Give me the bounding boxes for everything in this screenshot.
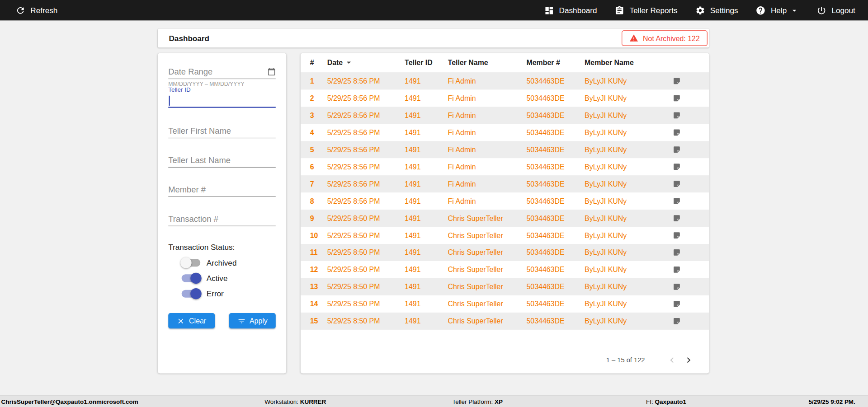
- clear-label: Clear: [189, 317, 206, 325]
- status-bar: ChrisSuperTeller@Qaxpauto1.onmicrosoft.c…: [0, 396, 868, 407]
- teller-id-input[interactable]: [168, 94, 276, 107]
- row-date: 5/29/25 8:50 PM: [327, 214, 405, 222]
- toggle-row: Error: [182, 288, 237, 299]
- status-datetime: 5/29/25 9:02 PM.: [809, 398, 855, 405]
- table-row[interactable]: 4 5/29/25 8:56 PM 1491 Fi Admin 5034463D…: [301, 124, 709, 141]
- note-icon[interactable]: [673, 266, 681, 274]
- col-header-teller-id[interactable]: Teller ID: [405, 58, 448, 66]
- row-teller-name: Fi Admin: [448, 163, 527, 171]
- note-icon[interactable]: [673, 128, 681, 136]
- row-member-name: ByLyJI KUNy: [585, 163, 665, 171]
- note-icon[interactable]: [673, 197, 681, 205]
- toggle-label: Active: [207, 274, 228, 283]
- table-row[interactable]: 9 5/29/25 8:50 PM 1491 Chris SuperTeller…: [301, 210, 709, 227]
- row-member-number: 5034463DE: [526, 214, 585, 222]
- nav-dashboard[interactable]: Dashboard: [544, 5, 597, 15]
- workstation-value: KURRER: [300, 398, 326, 405]
- table-row[interactable]: 15 5/29/25 8:50 PM 1491 Chris SuperTelle…: [301, 313, 709, 330]
- nav-teller-reports[interactable]: Teller Reports: [615, 5, 678, 15]
- note-icon[interactable]: [673, 300, 681, 308]
- row-member-number: 5034463DE: [526, 163, 585, 171]
- note-icon[interactable]: [673, 248, 681, 257]
- note-icon[interactable]: [673, 283, 681, 291]
- row-teller-name: Chris SuperTeller: [448, 283, 527, 291]
- row-number: 11: [301, 248, 327, 257]
- row-teller-id: 1491: [405, 300, 448, 308]
- nav-settings[interactable]: Settings: [695, 5, 738, 15]
- transaction-number-field: [168, 212, 276, 226]
- note-icon[interactable]: [673, 111, 681, 119]
- refresh-label: Refresh: [30, 6, 57, 15]
- toggle-label: Error: [207, 289, 224, 298]
- page-title: Dashboard: [169, 34, 209, 43]
- row-member-name: ByLyJI KUNy: [585, 214, 665, 222]
- row-teller-id: 1491: [405, 128, 448, 136]
- row-teller-id: 1491: [405, 163, 448, 171]
- workstation-label: Workstation:: [264, 398, 298, 405]
- row-member-number: 5034463DE: [526, 300, 585, 308]
- note-icon[interactable]: [673, 180, 681, 188]
- pagination-prev-button[interactable]: [664, 353, 680, 366]
- table-row[interactable]: 13 5/29/25 8:50 PM 1491 Chris SuperTelle…: [301, 278, 709, 295]
- transaction-number-input[interactable]: [168, 212, 276, 226]
- row-member-number: 5034463DE: [526, 231, 585, 239]
- note-icon[interactable]: [673, 231, 681, 239]
- fi-status: FI: Qaxpauto1: [646, 398, 686, 405]
- col-header-date[interactable]: Date: [327, 57, 405, 67]
- row-number: 6: [301, 163, 327, 171]
- chevron-left-icon: [666, 355, 677, 365]
- row-member-number: 5034463DE: [526, 145, 585, 154]
- col-header-member-name[interactable]: Member Name: [585, 58, 665, 66]
- toggle-switch[interactable]: [182, 274, 201, 282]
- row-teller-id: 1491: [405, 317, 448, 325]
- date-range-input[interactable]: [168, 65, 276, 79]
- table-row[interactable]: 1 5/29/25 8:56 PM 1491 Fi Admin 5034463D…: [301, 72, 709, 89]
- table-row[interactable]: 5 5/29/25 8:56 PM 1491 Fi Admin 5034463D…: [301, 141, 709, 158]
- note-icon[interactable]: [673, 163, 681, 171]
- table-row[interactable]: 7 5/29/25 8:56 PM 1491 Fi Admin 5034463D…: [301, 175, 709, 192]
- row-teller-id: 1491: [405, 145, 448, 154]
- row-member-number: 5034463DE: [526, 128, 585, 136]
- apply-button[interactable]: Apply: [229, 313, 276, 328]
- teller-id-field: Teller ID: [168, 86, 276, 108]
- nav-help[interactable]: Help: [756, 5, 799, 15]
- teller-first-name-input[interactable]: [168, 124, 276, 138]
- table-row[interactable]: 3 5/29/25 8:56 PM 1491 Fi Admin 5034463D…: [301, 107, 709, 124]
- nav-logout[interactable]: Logout: [816, 5, 855, 15]
- toggle-label: Archived: [207, 258, 237, 267]
- refresh-button[interactable]: Refresh: [15, 5, 57, 15]
- col-header-teller-name[interactable]: Teller Name: [448, 58, 527, 66]
- table-row[interactable]: 14 5/29/25 8:50 PM 1491 Chris SuperTelle…: [301, 295, 709, 313]
- note-icon[interactable]: [673, 317, 681, 325]
- col-header-member-number[interactable]: Member #: [526, 58, 585, 66]
- apply-label: Apply: [250, 317, 268, 325]
- nav-label: Settings: [710, 6, 738, 15]
- row-date: 5/29/25 8:56 PM: [327, 94, 405, 102]
- toggle-switch[interactable]: [182, 290, 201, 298]
- table-row[interactable]: 12 5/29/25 8:50 PM 1491 Chris SuperTelle…: [301, 261, 709, 278]
- table-row[interactable]: 6 5/29/25 8:56 PM 1491 Fi Admin 5034463D…: [301, 158, 709, 175]
- power-icon: [816, 5, 826, 15]
- note-icon[interactable]: [673, 214, 681, 222]
- platform-value: XP: [495, 398, 503, 405]
- table-row[interactable]: 8 5/29/25 8:56 PM 1491 Fi Admin 5034463D…: [301, 192, 709, 210]
- teller-last-name-input[interactable]: [168, 153, 276, 168]
- filter-icon: [237, 317, 245, 325]
- table-row[interactable]: 11 5/29/25 8:50 PM 1491 Chris SuperTelle…: [301, 244, 709, 261]
- toggle-switch[interactable]: [182, 259, 201, 267]
- pagination-next-button[interactable]: [680, 353, 697, 366]
- row-teller-name: Fi Admin: [448, 94, 527, 102]
- note-icon[interactable]: [673, 77, 681, 85]
- member-number-input[interactable]: [168, 182, 276, 197]
- not-archived-badge[interactable]: Not Archived: 122: [622, 30, 708, 46]
- table-row[interactable]: 10 5/29/25 8:50 PM 1491 Chris SuperTelle…: [301, 227, 709, 244]
- help-icon: [756, 5, 766, 15]
- row-number: 5: [301, 145, 327, 154]
- table-row[interactable]: 2 5/29/25 8:56 PM 1491 Fi Admin 5034463D…: [301, 89, 709, 107]
- note-icon[interactable]: [673, 94, 681, 102]
- clear-button[interactable]: Clear: [168, 313, 215, 328]
- chevron-right-icon: [683, 355, 694, 365]
- note-icon[interactable]: [673, 145, 681, 154]
- row-member-number: 5034463DE: [526, 197, 585, 205]
- calendar-icon[interactable]: [267, 67, 275, 75]
